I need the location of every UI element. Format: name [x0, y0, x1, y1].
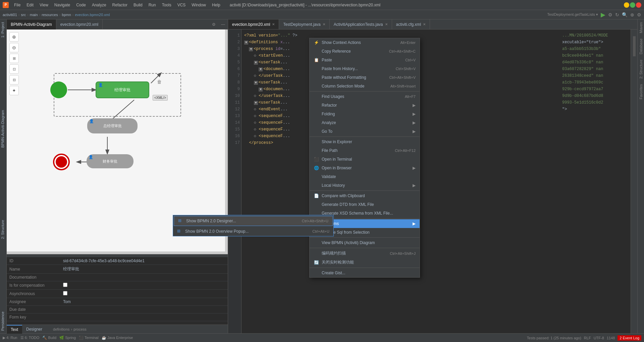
xml-tab-activiti-tests[interactable]: ActivitiApplicationTests.java ✕ — [330, 19, 392, 30]
xml-tab-testdeployment[interactable]: TestDeployment.java ✕ — [279, 19, 329, 30]
ctx-local-history[interactable]: Local History ▶ — [310, 181, 420, 190]
end-event[interactable] — [53, 154, 70, 170]
terminal-status[interactable]: ⬛ Terminal — [79, 336, 98, 340]
build-status[interactable]: 🔨 Build — [42, 336, 56, 340]
task-caiwu[interactable]: 👤 财务审批 — [87, 154, 133, 168]
maven-label[interactable]: Maven — [638, 19, 644, 36]
toolbar-icon-2[interactable]: ↻ — [615, 12, 619, 17]
menu-window[interactable]: Window — [189, 2, 209, 8]
prop-name-value[interactable]: 经理审批 — [60, 265, 228, 274]
bpmn-xml-tab[interactable]: evection.bpmn20.xml — [56, 19, 103, 30]
ctx-code-scan[interactable]: 编码规约扫描 Ctrl+Alt+Shift+J — [310, 249, 420, 258]
ctx-view-bpmn[interactable]: View BPMN (Activiti) Diagram — [310, 238, 420, 247]
breadcrumb-src[interactable]: src — [21, 13, 26, 17]
designer-tab[interactable]: Designer — [22, 325, 46, 334]
close-xml-tab[interactable]: ✕ — [272, 22, 275, 26]
close-cfg-tab[interactable]: ✕ — [423, 22, 426, 26]
ctx-create-gist[interactable]: Create Gist... — [310, 269, 420, 277]
spring-status[interactable]: 🌿 Spring — [59, 336, 76, 340]
compensation-checkbox[interactable] — [63, 283, 67, 287]
text-tab[interactable]: Text — [7, 325, 22, 334]
project-tab[interactable]: 1: Project — [0, 19, 6, 40]
menu-vcs[interactable]: VCS — [175, 2, 189, 8]
breadcrumb-bpmn[interactable]: bpmn — [62, 13, 71, 17]
ctx-compare-clipboard[interactable]: 📄 Compare with Clipboard — [310, 191, 420, 200]
bpmn-tab-label[interactable]: BPMN-Activiti-Diagram — [0, 107, 6, 150]
menu-refactor[interactable]: Refactor — [110, 2, 130, 8]
menu-code[interactable]: Code — [73, 2, 89, 8]
ctx-paste[interactable]: 📋 Paste Ctrl+V — [310, 56, 420, 64]
ctx-close-realtime[interactable]: 🔄 关闭实时检测功能 — [310, 258, 420, 267]
show-bpmn-designer-item[interactable]: ⊞ Show BPMN 2.0 Designer... Ctrl+Alt+Shi… — [174, 216, 333, 226]
prop-assignee-value[interactable]: Tom — [60, 298, 228, 306]
close-test-tab[interactable]: ✕ — [323, 22, 325, 26]
ctx-paste-history[interactable]: Paste from History... Ctrl+Shift+V — [310, 64, 420, 73]
structure-right-label[interactable]: 2: Structure — [638, 57, 644, 81]
ctx-analyze[interactable]: Analyze ▶ — [310, 118, 420, 127]
toolbar-icon-3[interactable]: 🔍 — [622, 12, 628, 17]
event-log-badge[interactable]: 2 Event Log — [618, 335, 641, 341]
maximize-button[interactable] — [630, 2, 635, 8]
show-bpmn-overview-item[interactable]: ⊞ Show BPMN 2.0 Overview Popup... Ctrl+A… — [173, 227, 333, 236]
menu-navigate[interactable]: Navigate — [52, 2, 73, 8]
breadcrumb-main[interactable]: main — [30, 13, 38, 17]
toolbar-icon-4[interactable]: ⊕ — [630, 12, 634, 17]
async-checkbox[interactable] — [63, 291, 67, 295]
settings-icon[interactable]: ⚙ — [209, 22, 218, 27]
xml-content-area[interactable]: 12345 678910 1112131415 1617 <?xml versi… — [228, 30, 637, 333]
java-enterprise-status[interactable]: ☕ Java Enterprise — [102, 336, 133, 340]
menu-edit[interactable]: Edit — [24, 2, 36, 8]
menu-file[interactable]: File — [11, 2, 23, 8]
structure-tab[interactable]: 2: Structure — [0, 217, 6, 242]
todo-status[interactable]: ☰ 6: TODO — [20, 336, 40, 340]
breadcrumb-process[interactable]: process — [73, 327, 87, 331]
toolbar-icon-1[interactable]: ⚙ — [608, 12, 612, 17]
favorites-label[interactable]: Favorites — [638, 81, 644, 102]
prop-formkey-value[interactable] — [60, 314, 228, 321]
panel-minimize[interactable]: — — [218, 22, 228, 27]
menu-help[interactable]: Help — [209, 2, 223, 8]
ctx-refactor[interactable]: Refactor ▶ — [310, 101, 420, 110]
close-tests-tab[interactable]: ✕ — [385, 22, 388, 26]
ctx-goto[interactable]: Go To ▶ — [310, 127, 420, 136]
minimize-button[interactable] — [624, 2, 629, 8]
task-jingli[interactable]: 👤 经理审批 — [96, 81, 149, 98]
ctx-show-explorer[interactable]: Show in Explorer — [310, 137, 420, 146]
ctx-show-context[interactable]: ⚡ Show Context Actions Alt+Enter — [310, 38, 420, 47]
run-config-dropdown[interactable]: TestDeployment.getTaskLists ▾ — [547, 12, 598, 17]
prop-duedate-value[interactable] — [60, 306, 228, 314]
menu-run[interactable]: Run — [146, 2, 159, 8]
menu-build[interactable]: Build — [131, 2, 145, 8]
ctx-col-select[interactable]: Column Selection Mode Alt+Shift+Insert — [310, 82, 420, 91]
xml-scrollbar-track[interactable] — [631, 30, 637, 333]
ctx-open-browser[interactable]: 🌐 Open in Browser ▶ — [310, 164, 420, 172]
breadcrumb-project[interactable]: activiti01 — [3, 13, 17, 17]
prop-doc-value[interactable] — [60, 274, 228, 281]
xml-tab-evection[interactable]: evection.bpmn20.xml ✕ — [228, 19, 279, 30]
menu-view[interactable]: View — [37, 2, 51, 8]
ctx-find-usages[interactable]: Find Usages Alt+F7 — [310, 92, 420, 101]
task-zong[interactable]: 👤 总经理审批 — [87, 118, 138, 133]
menu-analyze[interactable]: Analyze — [89, 2, 109, 8]
ctx-validate[interactable]: Validate — [310, 172, 420, 181]
xml-scrollbar-thumb[interactable] — [633, 36, 636, 56]
horizontal-scrollbar[interactable] — [7, 251, 228, 254]
ctx-file-path[interactable]: File Path Ctrl+Alt+F12 — [310, 146, 420, 155]
breadcrumb-resources[interactable]: resources — [42, 13, 58, 17]
bpmn-diagram-tab[interactable]: BPMN-Activiti-Diagram — [7, 19, 56, 30]
close-button[interactable] — [636, 2, 641, 8]
ctx-gen-dtd[interactable]: Generate DTD from XML File — [310, 200, 420, 209]
run-button[interactable]: ▶ — [601, 11, 605, 18]
ctx-folding[interactable]: Folding ▶ — [310, 110, 420, 118]
breadcrumb-file[interactable]: evection.bpmn20.xml — [75, 13, 110, 17]
xml-tab-cfg[interactable]: activiti.cfg.xml ✕ — [392, 19, 430, 30]
toolbar-icon-5[interactable]: ⚙ — [637, 12, 641, 17]
ctx-open-terminal[interactable]: ⬛ Open in Terminal — [310, 155, 420, 164]
breadcrumb-definitions[interactable]: definitions — [53, 327, 70, 331]
ctx-copy-ref[interactable]: Copy Reference Ctrl+Alt+Shift+C — [310, 47, 420, 56]
persistence-tab[interactable]: Persistence — [0, 309, 6, 333]
database-label[interactable]: Database — [638, 36, 644, 57]
ctx-paste-no-format[interactable]: Paste without Formatting Ctrl+Alt+Shift+… — [310, 73, 420, 82]
props-scrollbar[interactable] — [7, 254, 228, 257]
menu-tools[interactable]: Tools — [159, 2, 174, 8]
